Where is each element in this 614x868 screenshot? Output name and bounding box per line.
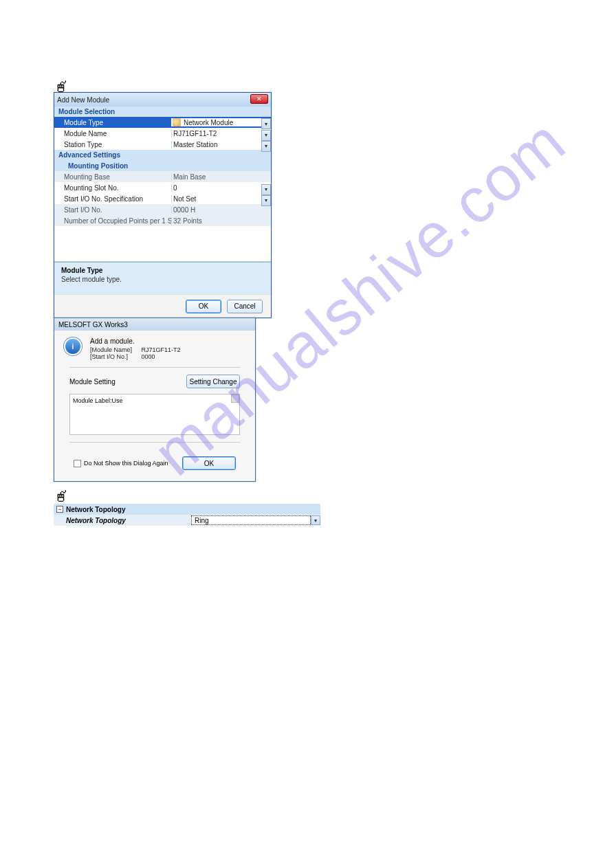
group-header[interactable]: − Network Topology [54,504,320,515]
info-icon: i [64,337,82,355]
row-module-type[interactable]: Module Type Network Module [54,117,271,128]
row-start-io: Start I/O No. 0000 H [54,204,271,215]
help-text: Select module type. [61,276,264,283]
row-mounting-slot[interactable]: Mounting Slot No. 0 [54,182,271,193]
row-network-topology[interactable]: Network Topology Ring [54,515,320,526]
label-network-topology: Network Topology [54,517,191,524]
detail-start-io: [Start I/O No.] 0000 [80,353,245,360]
network-topology-grid: − Network Topology Network Topology Ring [54,504,320,526]
row-module-name[interactable]: Module Name RJ71GF11-T2 [54,128,271,139]
label-start-io: Start I/O No. [54,206,171,214]
chevron-down-icon[interactable] [311,515,320,525]
divider [69,367,240,368]
dialog-body: i Add a module. [Module Name] RJ71GF11-T… [54,331,255,481]
collapse-icon[interactable]: − [56,506,63,513]
dialog-titlebar: MELSOFT GX Works3 [54,318,255,331]
dialog-titlebar: Add New Module [54,93,271,107]
module-setting-textarea[interactable]: Module Label:Use [69,394,240,435]
dialog-title: MELSOFT GX Works3 [58,321,128,329]
label-module-type: Module Type [54,119,171,126]
melsoft-dialog: MELSOFT GX Works3 i Add a module. [Modul… [54,318,256,482]
divider [69,442,240,443]
label-num-occupied: Number of Occupied Points per 1 Slot [54,217,171,225]
chevron-down-icon[interactable] [261,141,271,152]
chevron-down-icon[interactable] [261,195,271,206]
setting-change-button[interactable]: Setting Change [186,375,240,388]
blank-area [54,226,271,262]
chevron-down-icon[interactable] [261,184,271,195]
chevron-down-icon[interactable] [261,118,271,129]
row-num-occupied: Number of Occupied Points per 1 Slot 32 … [54,215,271,226]
label-start-io-spec: Start I/O No. Specification [54,195,171,203]
label-mounting-slot: Mounting Slot No. [54,184,171,192]
scroll-thumb[interactable] [231,394,239,403]
chevron-down-icon[interactable] [261,130,271,141]
value-network-topology[interactable]: Ring [191,515,320,525]
row-station-type[interactable]: Station Type Master Station [54,139,271,150]
row-start-io-spec[interactable]: Start I/O No. Specification Not Set [54,193,271,204]
module-label-use: Module Label:Use [73,397,123,404]
value-module-type[interactable]: Network Module [171,118,271,126]
value-station-type[interactable]: Master Station [171,141,271,148]
checkbox-label: Do Not Show this Dialog Again [84,460,168,467]
detail-module-name: [Module Name] RJ71GF11-T2 [80,346,245,353]
value-start-io-spec[interactable]: Not Set [171,195,271,203]
dialog-title: Add New Module [57,96,109,104]
info-details: [Module Name] RJ71GF11-T2 [Start I/O No.… [64,346,245,360]
module-setting-label: Module Setting [69,378,116,386]
dialog-footer: Do Not Show this Dialog Again OK [64,449,245,473]
row-mounting-base: Mounting Base Main Base [54,171,271,182]
label-station-type: Station Type [54,141,171,148]
ok-button[interactable]: OK [186,300,221,313]
do-not-show-checkbox[interactable]: Do Not Show this Dialog Again [74,460,168,467]
section-advanced-settings: Advanced Settings [54,150,271,160]
module-type-icon [173,118,181,126]
value-module-name[interactable]: RJ71GF11-T2 [171,130,271,137]
ok-button[interactable]: OK [182,456,236,470]
section-module-selection: Module Selection [54,107,271,117]
help-panel: Module Type Select module type. [54,263,271,294]
add-new-module-dialog: Add New Module Module Selection Module T… [54,92,272,318]
module-setting-row: Module Setting Setting Change [64,375,245,388]
label-mounting-base: Mounting Base [54,173,171,181]
dialog-body: Module Selection Module Type Network Mod… [54,107,271,263]
dialog-footer: OK Cancel [54,294,271,318]
value-mounting-slot[interactable]: 0 [171,184,271,192]
subsection-mounting-position: Mounting Position [54,160,271,171]
value-num-occupied: 32 Points [171,217,271,225]
group-title: Network Topology [66,506,125,513]
value-mounting-base: Main Base [171,173,271,181]
info-message: Add a module. [64,337,245,345]
help-title: Module Type [61,267,264,274]
cancel-button[interactable]: Cancel [227,300,263,313]
value-start-io: 0000 H [171,206,271,214]
checkbox-box[interactable] [74,460,81,467]
label-module-name: Module Name [54,130,171,137]
close-icon[interactable] [250,94,268,104]
